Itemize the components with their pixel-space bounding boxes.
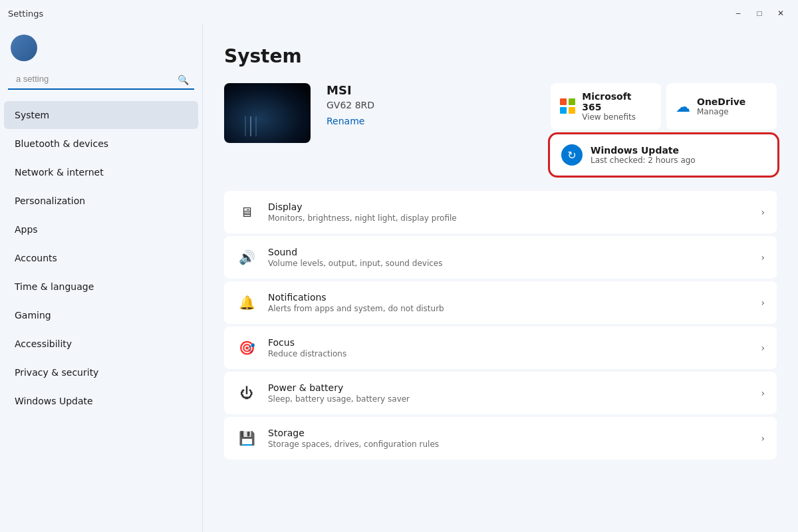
window-controls: – □ ✕ (729, 6, 790, 21)
app-body: 🔍 SystemBluetooth & devicesNetwork & int… (0, 24, 798, 532)
display-icon: 🖥 (236, 201, 257, 223)
notifications-title: Notifications (268, 292, 750, 303)
search-input[interactable] (8, 69, 194, 90)
power-subtitle: Sleep, battery usage, battery saver (268, 394, 750, 404)
app-title: Settings (8, 9, 43, 19)
pc-rename-button[interactable]: Rename (327, 116, 374, 126)
maximize-button[interactable]: □ (750, 6, 769, 21)
settings-item-display[interactable]: 🖥DisplayMonitors, brightness, night ligh… (224, 191, 777, 233)
close-button[interactable]: ✕ (771, 6, 790, 21)
display-text: DisplayMonitors, brightness, night light… (268, 201, 750, 223)
sidebar-item-accessibility[interactable]: Accessibility (4, 330, 198, 358)
sidebar-item-time[interactable]: Time & language (4, 273, 198, 301)
sidebar-item-bluetooth[interactable]: Bluetooth & devices (4, 130, 198, 158)
top-info-row: MSI GV62 8RD Rename (224, 83, 777, 175)
search-icon: 🔍 (178, 74, 189, 85)
sidebar-nav: SystemBluetooth & devicesNetwork & inter… (0, 100, 202, 416)
pc-image-scene (224, 83, 311, 143)
storage-title: Storage (268, 428, 750, 438)
focus-chevron-icon: › (761, 342, 765, 353)
microsoft365-title: Microsoft 365 (582, 91, 652, 112)
sound-title: Sound (268, 247, 750, 257)
onedrive-title: OneDrive (697, 96, 745, 107)
sound-text: SoundVolume levels, output, input, sound… (268, 247, 750, 268)
focus-title: Focus (268, 337, 750, 348)
service-cards-row: Microsoft 365 View benefits ☁ OneDrive M… (551, 83, 777, 130)
microsoft365-card[interactable]: Microsoft 365 View benefits (551, 83, 661, 130)
notifications-icon: 🔔 (236, 292, 257, 313)
onedrive-card[interactable]: ☁ OneDrive Manage (666, 83, 777, 130)
display-subtitle: Monitors, brightness, night light, displ… (268, 213, 750, 223)
settings-item-storage[interactable]: 💾StorageStorage spaces, drives, configur… (224, 417, 777, 460)
power-chevron-icon: › (761, 388, 765, 398)
onedrive-subtitle: Manage (697, 107, 745, 116)
sidebar: 🔍 SystemBluetooth & devicesNetwork & int… (0, 24, 203, 532)
settings-item-focus[interactable]: 🎯FocusReduce distractions› (224, 327, 777, 369)
microsoft365-info: Microsoft 365 View benefits (582, 91, 652, 122)
sidebar-item-network[interactable]: Network & internet (4, 158, 198, 186)
focus-icon: 🎯 (236, 337, 257, 358)
sound-icon: 🔊 (236, 247, 257, 268)
settings-item-sound[interactable]: 🔊SoundVolume levels, output, input, soun… (224, 236, 777, 279)
display-chevron-icon: › (761, 207, 765, 217)
notifications-subtitle: Alerts from apps and system, do not dist… (268, 304, 750, 313)
pc-model: GV62 8RD (327, 100, 374, 110)
sound-chevron-icon: › (761, 252, 765, 263)
pc-image (224, 83, 311, 143)
sidebar-item-personalization[interactable]: Personalization (4, 187, 198, 215)
top-right-cards: Microsoft 365 View benefits ☁ OneDrive M… (551, 83, 777, 175)
page-title: System (224, 45, 777, 67)
windows-update-subtitle: Last checked: 2 hours ago (591, 156, 696, 165)
microsoft365-subtitle: View benefits (582, 112, 652, 122)
windows-update-icon: ↻ (561, 144, 583, 166)
focus-subtitle: Reduce distractions (268, 349, 750, 358)
storage-icon: 💾 (236, 428, 257, 449)
sidebar-item-privacy[interactable]: Privacy & security (4, 358, 198, 386)
titlebar: Settings – □ ✕ (0, 0, 798, 24)
sidebar-item-system[interactable]: System (4, 101, 198, 129)
power-text: Power & batterySleep, battery usage, bat… (268, 382, 750, 404)
microsoft-logo-icon (560, 98, 575, 114)
onedrive-info: OneDrive Manage (697, 96, 745, 116)
notifications-text: NotificationsAlerts from apps and system… (268, 292, 750, 313)
storage-subtitle: Storage spaces, drives, configuration ru… (268, 440, 750, 449)
windows-update-card[interactable]: ↻ Windows Update Last checked: 2 hours a… (551, 135, 777, 175)
windows-update-info: Windows Update Last checked: 2 hours ago (591, 145, 696, 165)
storage-text: StorageStorage spaces, drives, configura… (268, 428, 750, 449)
notifications-chevron-icon: › (761, 297, 765, 308)
main-content: System MSI GV62 8RD Rename (203, 24, 798, 532)
minimize-button[interactable]: – (729, 6, 747, 21)
onedrive-icon: ☁ (676, 98, 690, 115)
focus-text: FocusReduce distractions (268, 337, 750, 358)
display-title: Display (268, 201, 750, 212)
settings-item-notifications[interactable]: 🔔NotificationsAlerts from apps and syste… (224, 281, 777, 324)
storage-chevron-icon: › (761, 433, 765, 444)
sidebar-item-accounts[interactable]: Accounts (4, 244, 198, 272)
sidebar-item-apps[interactable]: Apps (4, 215, 198, 243)
power-icon: ⏻ (236, 382, 257, 404)
windows-update-title: Windows Update (591, 145, 696, 156)
settings-item-power[interactable]: ⏻Power & batterySleep, battery usage, ba… (224, 372, 777, 414)
sound-subtitle: Volume levels, output, input, sound devi… (268, 259, 750, 268)
pc-name: MSI (327, 83, 374, 97)
settings-list: 🖥DisplayMonitors, brightness, night ligh… (224, 191, 777, 460)
power-title: Power & battery (268, 382, 750, 393)
sidebar-item-gaming[interactable]: Gaming (4, 301, 198, 329)
pc-info: MSI GV62 8RD Rename (327, 83, 374, 126)
search-box: 🔍 (8, 69, 194, 90)
sidebar-item-windows-update[interactable]: Windows Update (4, 387, 198, 415)
avatar (11, 35, 37, 61)
